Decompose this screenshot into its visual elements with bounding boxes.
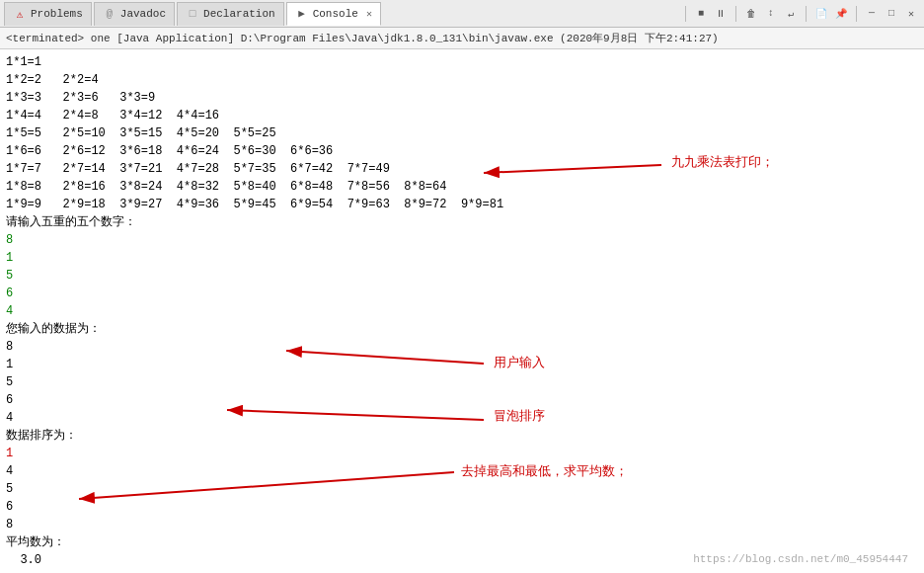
console-line: 数据排序为：: [6, 427, 918, 445]
console-line: 4: [6, 302, 918, 320]
console-line: 8: [6, 231, 918, 249]
console-line: 1*5=5 2*5=10 3*5=15 4*5=20 5*5=25: [6, 124, 918, 142]
tab-bar: ⚠ Problems @ Javadoc □ Declaration ▶ Con…: [0, 0, 924, 28]
console-line: 8: [6, 338, 918, 356]
status-bar: <terminated> one [Java Application] D:\P…: [0, 28, 924, 49]
pause-btn[interactable]: ⏸: [712, 5, 730, 23]
console-line: 5: [6, 480, 918, 498]
word-wrap-btn[interactable]: ↵: [782, 5, 800, 23]
tab-console-label: Console: [313, 8, 358, 20]
console-area[interactable]: 1*1=11*2=2 2*2=41*3=3 2*3=6 3*3=91*4=4 2…: [0, 49, 924, 573]
console-line: 1*3=3 2*3=6 3*3=9: [6, 89, 918, 107]
clear-btn[interactable]: 🗑: [742, 5, 760, 23]
watermark: https://blog.csdn.net/m0_45954447: [693, 553, 908, 565]
separator-4: [856, 6, 857, 22]
javadoc-icon: @: [103, 7, 116, 21]
console-line: 您输入的数据为：: [6, 320, 918, 338]
console-line: 6: [6, 498, 918, 516]
tab-javadoc-label: Javadoc: [120, 8, 166, 20]
console-line: 1*8=8 2*8=16 3*8=24 4*8=32 5*8=40 6*8=48…: [6, 178, 918, 196]
console-line: 1*9=9 2*9=18 3*9=27 4*9=36 5*9=45 6*9=54…: [6, 196, 918, 213]
declaration-icon: □: [186, 7, 199, 21]
console-line: 平均数为：: [6, 533, 918, 551]
console-line: 1: [6, 249, 918, 267]
toolbar-right: ■ ⏸ 🗑 ↕ ↵ 📄 📌 ─ □ ✕: [681, 5, 920, 23]
minimize-btn[interactable]: ─: [863, 5, 881, 23]
tab-declaration-label: Declaration: [203, 8, 275, 20]
separator-3: [806, 6, 807, 22]
console-line: 1: [6, 356, 918, 373]
console-line: 8: [6, 516, 918, 533]
status-text: <terminated> one [Java Application] D:\P…: [6, 31, 719, 45]
console-line: 1*2=2 2*2=4: [6, 71, 918, 89]
console-line: 1*7=7 2*7=14 3*7=21 4*7=28 5*7=35 6*7=42…: [6, 160, 918, 178]
console-line: 5: [6, 373, 918, 391]
console-close-icon[interactable]: ✕: [366, 8, 372, 20]
console-line: 1*4=4 2*4=8 3*4=12 4*4=16: [6, 107, 918, 124]
tab-problems[interactable]: ⚠ Problems: [4, 2, 92, 26]
tab-declaration[interactable]: □ Declaration: [177, 2, 284, 26]
pin-btn[interactable]: 📌: [832, 5, 850, 23]
console-line: 4: [6, 409, 918, 427]
tab-javadoc[interactable]: @ Javadoc: [94, 2, 175, 26]
console-line: 1*6=6 2*6=12 3*6=18 4*6=24 5*6=30 6*6=36: [6, 142, 918, 160]
console-line: 5: [6, 267, 918, 285]
console-line: 4: [6, 462, 918, 480]
stop-btn[interactable]: ■: [692, 5, 710, 23]
console-icon: ▶: [295, 7, 309, 21]
scroll-lock-btn[interactable]: ↕: [762, 5, 780, 23]
console-line: 6: [6, 391, 918, 409]
separator-2: [735, 6, 736, 22]
console-output: 1*1=11*2=2 2*2=41*3=3 2*3=6 3*3=91*4=4 2…: [6, 53, 918, 569]
open-file-btn[interactable]: 📄: [812, 5, 830, 23]
maximize-btn[interactable]: □: [883, 5, 900, 23]
console-line: 1: [6, 445, 918, 462]
close-view-btn[interactable]: ✕: [902, 5, 920, 23]
separator-1: [685, 6, 686, 22]
console-line: 6: [6, 285, 918, 302]
tab-console[interactable]: ▶ Console ✕: [286, 2, 381, 26]
console-line: 1*1=1: [6, 53, 918, 71]
tab-problems-label: Problems: [31, 8, 83, 20]
console-line: 请输入五重的五个数字：: [6, 213, 918, 231]
problems-icon: ⚠: [13, 7, 27, 21]
